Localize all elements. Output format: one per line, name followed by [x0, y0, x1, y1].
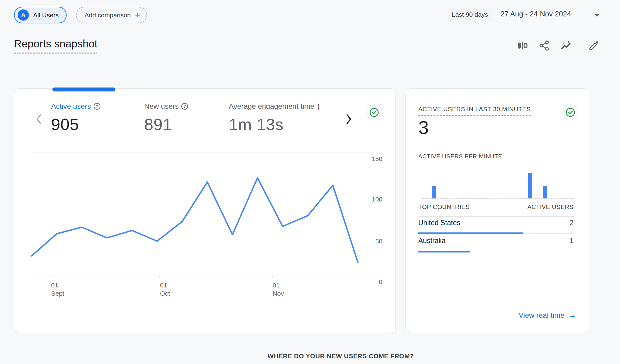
check-circle-icon — [369, 107, 379, 118]
audience-all-users-pill[interactable]: A All Users — [14, 7, 67, 23]
share-icon — [538, 39, 550, 52]
help-icon[interactable]: ? — [94, 103, 100, 110]
data-quality-button[interactable] — [366, 105, 382, 120]
metric-value: 905 — [51, 115, 100, 134]
next-section-title: WHERE DO YOUR NEW USERS COME FROM? — [213, 352, 468, 360]
selected-tab-indicator — [52, 88, 115, 91]
country-value: 2 — [569, 219, 573, 227]
per-minute-bar — [543, 186, 547, 198]
gridline-50 — [32, 235, 381, 235]
chevron-down-icon[interactable] — [594, 14, 599, 17]
view-real-time-label: View real time — [519, 311, 564, 320]
metric-value: 891 — [144, 115, 188, 134]
page-title: Reports snapshot — [14, 38, 97, 53]
tab-avg-engagement-time[interactable]: Average engagement time | 1m 13s — [229, 102, 319, 134]
plus-icon: + — [135, 11, 141, 20]
chevron-right-icon — [345, 113, 353, 125]
gridline-150 — [32, 153, 381, 153]
country-value: 1 — [569, 237, 573, 245]
data-quality-button[interactable] — [563, 105, 578, 120]
metric-value: 1m 13s — [229, 115, 319, 134]
country-bar-fill — [418, 232, 523, 234]
metrics-scroll-right-button[interactable] — [345, 113, 353, 126]
label-truncation-mark: | — [318, 102, 319, 111]
edit-button[interactable] — [587, 39, 601, 52]
column-header-countries: TOP COUNTRIES — [418, 204, 470, 213]
per-minute-bar — [432, 186, 436, 198]
per-minute-bar — [528, 173, 532, 198]
insights-button[interactable] — [559, 39, 573, 52]
audience-avatar: A — [18, 9, 29, 21]
tab-new-users[interactable]: New users ? 891 — [144, 102, 188, 134]
metric-label: Active users — [51, 102, 91, 111]
realtime-title: ACTIVE USERS IN LAST 30 MINUTES — [418, 106, 531, 116]
audience-label: All Users — [33, 12, 59, 19]
country-name: Australia — [418, 237, 445, 245]
table-header-divider — [418, 216, 574, 217]
x-axis-tick — [272, 276, 273, 278]
date-range-value[interactable]: 27 Aug - 24 Nov 2024 — [500, 10, 571, 18]
per-minute-baseline — [422, 198, 574, 199]
gridline-0 — [32, 276, 381, 276]
date-range-badge: Last 90 days — [448, 9, 492, 21]
add-comparison-button[interactable]: Add comparison + — [76, 7, 147, 23]
x-axis-label: 01 Nov — [273, 281, 284, 297]
per-minute-label: ACTIVE USERS PER MINUTE — [418, 153, 502, 160]
metrics-scroll-left-button[interactable] — [35, 113, 43, 126]
x-axis-tick — [51, 276, 51, 278]
tab-active-users[interactable]: Active users ? 905 — [51, 102, 100, 134]
realtime-card: ACTIVE USERS IN LAST 30 MINUTES 3 ACTIVE… — [406, 88, 589, 333]
y-axis-label: 0 — [361, 278, 382, 286]
metric-label: Average engagement time — [229, 102, 314, 111]
country-name: United States — [418, 219, 460, 227]
y-axis-label: 50 — [361, 238, 382, 245]
arrow-right-icon: → — [568, 311, 576, 320]
check-circle-icon — [565, 107, 576, 118]
comparison-toggle-button[interactable] — [516, 39, 529, 52]
y-axis-label: 100 — [361, 196, 382, 203]
chevron-left-icon — [35, 113, 43, 125]
top-bar: A All Users Add comparison + Last 90 day… — [0, 0, 620, 27]
metric-label: New users — [144, 102, 179, 111]
insights-icon — [560, 39, 572, 52]
x-axis-label: 01 Sept — [51, 281, 64, 297]
help-icon[interactable]: ? — [181, 103, 188, 110]
x-axis-tick — [159, 276, 160, 278]
edit-pencil-icon — [588, 39, 600, 52]
view-real-time-link[interactable]: View real time → — [519, 311, 576, 320]
x-axis-label: 01 Oct — [160, 281, 170, 297]
add-comparison-label: Add comparison — [85, 12, 131, 19]
overview-card: Active users ? 905 New users ? 891 Avera… — [14, 88, 396, 333]
gridline-100 — [32, 193, 381, 193]
active-users-30min-value: 3 — [418, 117, 429, 138]
share-button[interactable] — [538, 39, 551, 52]
header-divider — [14, 27, 606, 27]
ab-comparison-icon — [516, 39, 528, 52]
y-axis-label: 150 — [361, 155, 382, 163]
country-bar-fill — [418, 251, 470, 252]
column-header-active-users: ACTIVE USERS — [528, 204, 574, 213]
